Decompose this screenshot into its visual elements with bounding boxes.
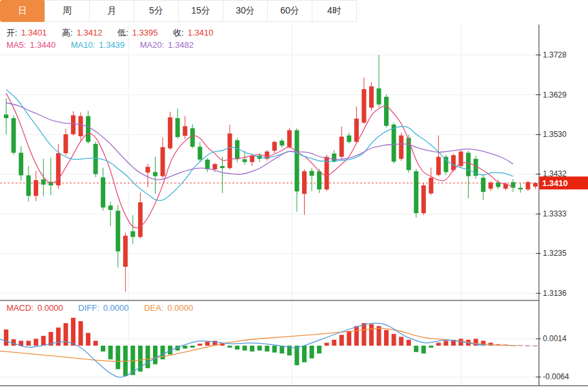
candle xyxy=(332,154,336,162)
current-price-tag-label: 1.3410 xyxy=(542,178,568,188)
macd-bar xyxy=(41,336,46,346)
timeframe-tabs: 日周月5分15分30分60分4时 xyxy=(0,0,357,23)
price-tick-label: 1.3530 xyxy=(543,130,567,139)
candle xyxy=(12,118,16,153)
candle xyxy=(414,171,418,213)
candle xyxy=(235,140,239,159)
macd-bar xyxy=(116,346,120,369)
macd-bar xyxy=(347,331,351,346)
macd-bar xyxy=(34,339,38,346)
candle xyxy=(138,202,143,237)
candle xyxy=(123,236,128,267)
candle xyxy=(243,159,247,162)
candle xyxy=(108,205,113,210)
candle xyxy=(496,183,500,187)
candle xyxy=(407,138,411,170)
candle xyxy=(190,128,195,147)
tab-30min[interactable]: 30分 xyxy=(223,0,268,22)
tab-4hour[interactable]: 4时 xyxy=(312,0,357,22)
macd-bar xyxy=(443,340,448,346)
candle xyxy=(63,134,68,153)
candle xyxy=(384,97,389,126)
candle xyxy=(250,156,254,162)
candle xyxy=(489,183,493,189)
chart-canvas[interactable]: 1.37281.36291.35301.34321.33331.32351.31… xyxy=(0,0,588,387)
candle xyxy=(421,185,426,213)
candle xyxy=(168,118,172,149)
candle xyxy=(116,211,120,251)
macd-bar xyxy=(310,346,314,359)
macd-bar xyxy=(198,344,202,346)
price-tick-label: 1.3333 xyxy=(543,209,567,218)
macd-bar xyxy=(86,333,90,346)
macd-bar xyxy=(79,321,83,346)
candle xyxy=(533,183,538,187)
macd-bar xyxy=(421,346,426,353)
macd-bar xyxy=(332,340,336,346)
macd-bar xyxy=(26,340,31,346)
price-tick-label: 1.3629 xyxy=(543,90,567,99)
macd-bar xyxy=(205,342,210,346)
macd-bar xyxy=(361,323,366,346)
macd-bar xyxy=(279,346,284,353)
macd-bar xyxy=(56,328,61,346)
macd-bar xyxy=(19,340,23,346)
candle xyxy=(176,118,180,137)
tab-5min[interactable]: 5分 xyxy=(134,0,179,22)
tab-60min[interactable]: 60分 xyxy=(267,0,312,22)
candle xyxy=(228,134,232,169)
candle xyxy=(279,141,284,145)
candle xyxy=(220,166,225,168)
macd-tick-label: -0.0064 xyxy=(543,372,569,381)
candle xyxy=(86,116,90,142)
macd-bar xyxy=(384,330,389,346)
macd-bar xyxy=(302,346,307,362)
macd-bar xyxy=(317,346,321,353)
candle xyxy=(4,114,8,118)
candle xyxy=(436,157,441,175)
candle xyxy=(145,167,150,173)
macd-bar xyxy=(228,346,232,348)
candle xyxy=(317,171,321,189)
macd-bar xyxy=(414,346,418,352)
candle xyxy=(526,182,531,189)
candle xyxy=(34,180,38,196)
macd-bar xyxy=(243,346,247,351)
candle xyxy=(101,177,105,207)
candle xyxy=(130,231,135,237)
macd-bar xyxy=(258,346,262,351)
macd-bar xyxy=(436,342,441,346)
candle xyxy=(302,171,307,194)
macd-bar xyxy=(153,346,157,364)
candle xyxy=(518,188,523,189)
tab-week[interactable]: 周 xyxy=(45,0,90,22)
macd-bar xyxy=(4,329,8,346)
tab-day[interactable]: 日 xyxy=(0,0,45,22)
candle xyxy=(511,182,515,188)
candle xyxy=(94,144,98,174)
macd-bar xyxy=(407,340,411,346)
candle xyxy=(71,115,76,134)
candle xyxy=(287,131,292,147)
candle xyxy=(369,87,374,108)
candle xyxy=(153,172,157,176)
candle xyxy=(443,157,448,173)
candle xyxy=(399,136,403,159)
macd-bar xyxy=(354,326,359,346)
macd-bar xyxy=(101,346,105,351)
candle xyxy=(340,137,344,157)
ma10-line xyxy=(6,90,513,201)
macd-bar xyxy=(294,346,299,365)
candle xyxy=(347,136,351,142)
macd-bar xyxy=(392,334,396,346)
macd-bar xyxy=(340,335,344,346)
tab-15min[interactable]: 15分 xyxy=(178,0,223,22)
tab-month[interactable]: 月 xyxy=(89,0,134,22)
candle xyxy=(310,171,314,176)
macd-tick-label: 0.0014 xyxy=(543,334,567,343)
candle xyxy=(361,89,366,123)
macd-bar xyxy=(250,346,254,351)
macd-bar xyxy=(399,337,403,346)
candle xyxy=(205,160,210,169)
price-tick-label: 1.3235 xyxy=(543,249,567,258)
